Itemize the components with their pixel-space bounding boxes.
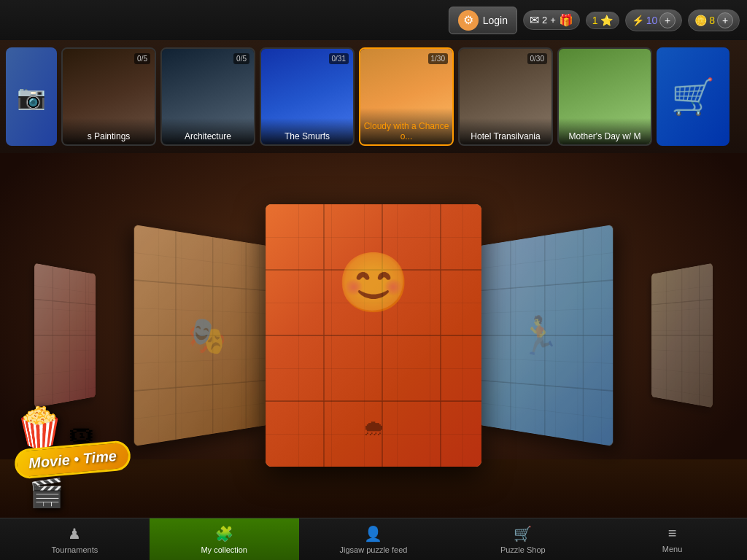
svg-line-19: [480, 381, 613, 392]
smurfs-label: The Smurfs: [261, 118, 353, 144]
category-strip: 📷 0/5 s Paintings 0/5 Architecture 0/31 …: [0, 40, 747, 153]
star-icon: ⭐: [600, 15, 613, 26]
tournaments-icon: ♟: [68, 525, 81, 542]
feed-icon: 👤: [364, 525, 382, 542]
tournaments-label: Tournaments: [52, 545, 98, 554]
category-item-cloudy[interactable]: 1/30 Cloudy with a Chance o...: [359, 47, 454, 146]
gift-icon: 🎁: [559, 13, 573, 27]
svg-line-0: [34, 299, 96, 305]
category-item-mothers[interactable]: Mother's Day w/ M: [557, 47, 652, 146]
menu-label: Menu: [662, 545, 683, 553]
paintings-label: s Paintings: [63, 118, 155, 144]
plus-icon: +: [550, 15, 556, 26]
coin-icon: 🪙: [694, 15, 707, 26]
messages-count: 2: [542, 15, 547, 26]
nav-jigsaw-feed[interactable]: 👤 Jigsaw puzzle feed: [299, 518, 449, 560]
messages-badge[interactable]: ✉ 2 + 🎁: [523, 10, 580, 30]
paintings-progress: 0/5: [134, 53, 150, 64]
hotel-progress: 0/30: [527, 53, 547, 64]
collection-icon: 🧩: [215, 525, 233, 542]
architecture-progress: 0/5: [233, 53, 249, 64]
clapboard-icon: 🎬: [29, 477, 63, 509]
shop-category-item[interactable]: 🛒: [657, 47, 729, 146]
nav-puzzle-shop[interactable]: 🛒 Puzzle Shop: [448, 518, 597, 560]
cloudy-progress: 1/30: [428, 53, 448, 64]
puzzle-panel-left[interactable]: 🎭: [134, 225, 267, 446]
lightning-count: 10: [646, 15, 658, 26]
svg-line-5: [134, 280, 267, 291]
shop-icon: 🛒: [514, 525, 532, 542]
coins-badge: 🪙 8 +: [688, 9, 740, 31]
login-button[interactable]: ⚙ Login: [449, 7, 517, 34]
puzzle-panel-far-right[interactable]: [651, 263, 713, 408]
puzzle-shop-label: Puzzle Shop: [500, 545, 546, 554]
category-item-architecture[interactable]: 0/5 Architecture: [160, 47, 255, 146]
login-label: Login: [483, 15, 508, 26]
menu-icon: ≡: [668, 525, 677, 542]
puzzle-panel-far-left[interactable]: [34, 263, 96, 408]
popcorn-icon: 🍿: [15, 405, 65, 452]
smurfs-progress: 0/31: [329, 53, 349, 64]
login-icon: ⚙: [458, 10, 479, 31]
puzzle-panel-center[interactable]: 😊 🌧: [266, 204, 481, 467]
stars-count: 1: [592, 15, 598, 26]
add-coins-button[interactable]: +: [717, 12, 733, 28]
lightning-badge: ⚡ 10 +: [625, 9, 683, 31]
architecture-label: Architecture: [162, 118, 254, 144]
cloudy-label: Cloudy with a Chance o...: [360, 108, 452, 144]
svg-line-7: [134, 380, 267, 391]
shop-cart-icon: 🛒: [671, 77, 715, 117]
lightning-icon: ⚡: [632, 15, 644, 26]
nav-menu[interactable]: ≡ Menu: [597, 518, 747, 560]
nav-tournaments[interactable]: ♟ Tournaments: [0, 518, 150, 560]
nav-my-collection[interactable]: 🧩 My collection: [150, 518, 299, 560]
svg-line-17: [480, 279, 613, 291]
coins-count: 8: [709, 15, 715, 26]
hotel-label: Hotel Transilvania: [460, 118, 551, 144]
stars-badge: 1 ⭐: [586, 12, 619, 29]
category-item-hotel[interactable]: 0/30 Hotel Transilvania: [458, 47, 553, 146]
camera-icon: 📷: [17, 83, 46, 111]
envelope-icon: ✉: [530, 13, 539, 27]
bottom-navigation: ♟ Tournaments 🧩 My collection 👤 Jigsaw p…: [0, 518, 747, 560]
puzzle-panel-right[interactable]: 🏃: [480, 225, 613, 446]
add-lightning-button[interactable]: +: [659, 12, 676, 28]
jigsaw-feed-label: Jigsaw puzzle feed: [340, 545, 408, 554]
mothers-label: Mother's Day w/ M: [559, 118, 651, 144]
camera-upload-item[interactable]: 📷: [6, 47, 57, 146]
my-collection-label: My collection: [201, 545, 247, 554]
category-item-smurfs[interactable]: 0/31 The Smurfs: [260, 47, 355, 146]
topbar: ⚙ Login ✉ 2 + 🎁 1 ⭐ ⚡ 10 + 🪙 8 +: [0, 0, 747, 40]
movie-time-promo[interactable]: 🍿 🎟 Movie • Time 🎬: [15, 405, 131, 509]
category-item-paintings[interactable]: 0/5 s Paintings: [61, 47, 156, 146]
